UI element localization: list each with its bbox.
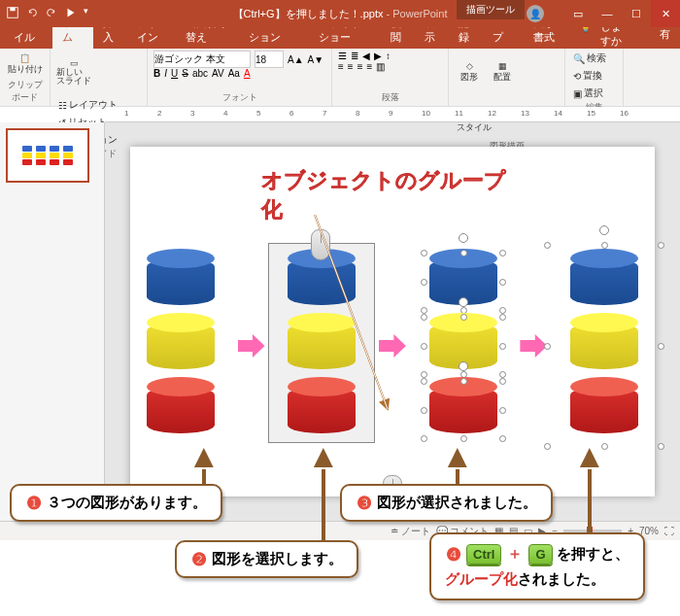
ruler-tick: 13 <box>521 109 529 118</box>
line-spacing-button[interactable]: ↕ <box>386 51 391 61</box>
ruler-tick: 15 <box>587 109 595 118</box>
group-font: A▲ A▼ B I U S abc AV Aa A フォント <box>148 49 332 106</box>
qat-more-icon[interactable]: ▾ <box>84 6 88 21</box>
strike-button[interactable]: S <box>182 68 188 79</box>
paste-button[interactable]: 📋 貼り付け <box>6 51 44 79</box>
shapes-button[interactable]: ◇図形 <box>455 51 484 93</box>
group-drawing: ◇図形 ▦配置 ◉クイック スタイル 図形描画 <box>449 49 565 106</box>
replace-button[interactable]: ⟲ 置換 <box>571 68 617 84</box>
close-button[interactable]: ✕ <box>651 0 680 27</box>
callout-text-1: ３つの図形があります。 <box>47 494 207 512</box>
select-button[interactable]: ▣ 選択 <box>571 86 617 101</box>
indent-dec-button[interactable]: ◀ <box>362 51 370 61</box>
new-slide-button[interactable]: ▭ 新しい スライド <box>56 51 91 93</box>
align-left-button[interactable]: ≡ <box>338 61 344 72</box>
rotate-handle-icon[interactable] <box>459 233 468 243</box>
callout-arrow-4: ▲ <box>573 437 606 539</box>
group-label-font: フォント <box>153 91 325 104</box>
quick-access-toolbar: ▾ <box>0 6 94 21</box>
align-center-button[interactable]: ≡ <box>348 61 354 72</box>
callout-number-2: ❷ <box>190 551 208 568</box>
ribbon-options-icon[interactable]: ▭ <box>563 0 593 27</box>
arrow-2 <box>379 334 406 358</box>
cylinder-blue-1[interactable] <box>147 258 215 305</box>
ruler-tick: 1 <box>124 109 128 118</box>
callout-text-3: 図形が選択されました。 <box>377 494 537 512</box>
cylinder-yellow-2[interactable] <box>288 323 356 369</box>
window-title: 【Ctrl+G】を押しました！.pptx - PowerPoint <box>233 7 448 21</box>
ruler-tick: 5 <box>256 109 260 118</box>
italic-button[interactable]: I <box>164 68 167 79</box>
key-ctrl: Ctrl <box>466 544 501 565</box>
cylinder-red-1[interactable] <box>147 387 215 433</box>
cylinder-blue-2[interactable] <box>288 258 356 305</box>
callout-4: ❹ Ctrl ＋ G を押すと、 グループ化されました。 <box>429 532 645 600</box>
ribbon-tabs: ファイル ホーム 挿入 デザイン 画面切り替え アニメーション スライド ショー… <box>0 27 680 49</box>
filename: 【Ctrl+G】を押しました！.pptx <box>233 8 384 19</box>
align-right-button[interactable]: ≡ <box>357 61 363 72</box>
callout-4-text1: を押すと、 <box>557 545 629 564</box>
start-icon[interactable] <box>64 6 78 21</box>
key-g: G <box>528 544 552 565</box>
ruler-tick: 8 <box>356 109 359 118</box>
justify-button[interactable]: ≡ <box>367 61 373 72</box>
ribbon: 📋 貼り付け クリップボード ▭ 新しい スライド ☷ レイアウト ↺ リセット… <box>0 49 680 107</box>
ruler-tick: 12 <box>488 109 496 118</box>
ruler-tick: 3 <box>190 109 194 118</box>
rotate-handle-icon[interactable] <box>459 297 468 307</box>
ruler-tick: 6 <box>289 109 293 118</box>
thumbnail-preview <box>8 130 87 181</box>
horizontal-ruler: 12345678910111213141516 <box>105 107 680 122</box>
ruler-tick: 2 <box>157 109 161 118</box>
stack-1 <box>137 258 224 433</box>
save-icon[interactable] <box>6 6 19 21</box>
rotate-handle-icon[interactable] <box>599 225 609 235</box>
ruler-tick: 10 <box>422 109 430 118</box>
case-button[interactable]: Aa <box>228 68 240 79</box>
font-size-combo[interactable] <box>255 51 284 68</box>
callout-text-2: 図形を選択します。 <box>212 550 343 568</box>
slide-thumbnails-pane[interactable]: 1 <box>0 122 105 521</box>
cylinder-yellow-1[interactable] <box>147 323 215 369</box>
selected-red-3[interactable] <box>429 387 497 433</box>
cylinder-red-4 <box>570 387 638 433</box>
fit-to-window-icon[interactable]: ⛶ <box>664 526 674 536</box>
undo-icon[interactable] <box>25 6 39 21</box>
stack-4[interactable] <box>561 258 648 433</box>
group-editing: 🔍 検索 ⟲ 置換 ▣ 選択 編集 <box>565 49 624 106</box>
callout-1: ❶ ３つの図形があります。 <box>10 484 222 522</box>
cylinder-blue-4 <box>570 258 638 305</box>
arrange-icon: ▦ <box>498 61 507 71</box>
callout-4-text2b: されました。 <box>518 570 605 587</box>
slide-thumbnail-1[interactable]: 1 <box>6 128 89 183</box>
rotate-handle-icon[interactable] <box>459 361 468 371</box>
indent-inc-button[interactable]: ▶ <box>374 51 382 61</box>
char-spacing-button[interactable]: AV <box>212 68 224 79</box>
maximize-button[interactable]: ☐ <box>622 0 651 27</box>
bullets-button[interactable]: ☰ <box>338 51 347 61</box>
font-family-combo[interactable] <box>153 51 251 68</box>
columns-button[interactable]: ▥ <box>376 61 385 72</box>
user-avatar[interactable]: 👤 <box>527 5 544 22</box>
group-clipboard: 📋 貼り付け クリップボード <box>0 49 51 106</box>
ruler-tick: 9 <box>389 109 392 118</box>
bold-button[interactable]: B <box>153 68 160 79</box>
increase-font-icon[interactable]: A▲ <box>288 54 304 65</box>
font-color-button[interactable]: A <box>244 68 251 79</box>
stack-2 <box>278 258 365 433</box>
minimize-button[interactable]: — <box>593 0 622 27</box>
app-name: - PowerPoint <box>387 8 448 19</box>
arrange-button[interactable]: ▦配置 <box>488 51 517 93</box>
group-label-clipboard: クリップボード <box>6 79 44 104</box>
cylinder-yellow-4 <box>570 323 638 369</box>
group-slides: ▭ 新しい スライド ☷ レイアウト ↺ リセット ▤ セクション スライド <box>51 49 148 106</box>
redo-icon[interactable] <box>45 6 58 21</box>
numbering-button[interactable]: ≣ <box>351 51 358 61</box>
underline-button[interactable]: U <box>171 68 178 79</box>
notes-button[interactable]: ≐ ノート <box>391 525 430 538</box>
find-button[interactable]: 🔍 検索 <box>571 51 617 66</box>
shadow-button[interactable]: abc <box>192 68 208 79</box>
cylinder-red-2[interactable] <box>288 387 356 433</box>
decrease-font-icon[interactable]: A▼ <box>308 54 324 65</box>
title-bar: ▾ 【Ctrl+G】を押しました！.pptx - PowerPoint 描画ツー… <box>0 0 680 27</box>
